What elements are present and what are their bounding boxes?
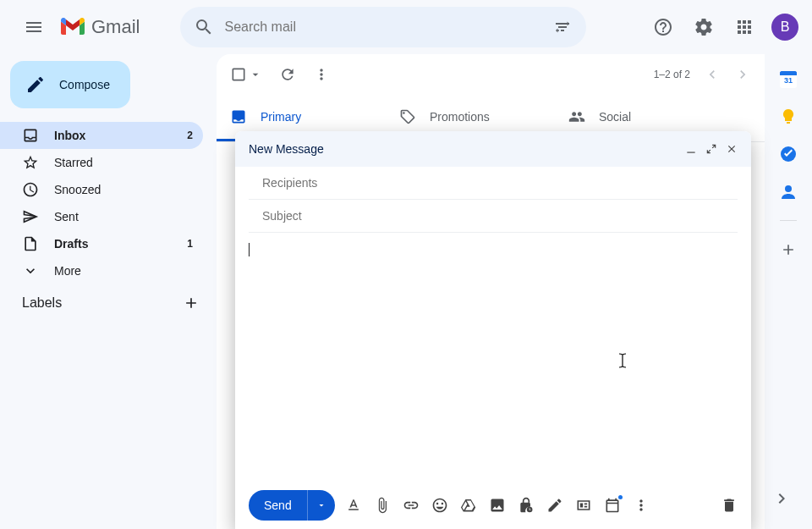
contacts-app-button[interactable] (780, 183, 797, 200)
image-button[interactable] (489, 497, 506, 514)
minimize-button[interactable] (685, 143, 697, 155)
sidebar-item-sent[interactable]: Sent (0, 203, 203, 230)
confidential-button[interactable] (518, 497, 535, 514)
compose-title: New Message (249, 142, 324, 156)
dropdown-arrow-icon (249, 68, 262, 81)
plus-icon (780, 241, 797, 258)
nav-label: Starred (54, 156, 93, 169)
mouse-text-cursor (617, 353, 618, 368)
select-all[interactable] (230, 66, 262, 83)
clock-icon (22, 181, 39, 198)
keep-icon (780, 108, 797, 125)
calendar-plus-icon (604, 497, 621, 514)
tasks-app-button[interactable] (780, 146, 797, 163)
layout-button[interactable] (575, 497, 592, 514)
nav-label: Snoozed (54, 183, 101, 196)
link-icon (403, 497, 420, 514)
sidebar-item-more[interactable]: More (0, 257, 203, 284)
calendar-app-button[interactable]: 31 (780, 71, 797, 88)
search-input[interactable] (224, 19, 542, 35)
sidebar-item-drafts[interactable]: Drafts 1 (0, 230, 203, 257)
recipients-field[interactable] (249, 167, 738, 200)
more-compose-options[interactable] (633, 497, 650, 514)
hamburger-icon (24, 17, 44, 37)
attach-button[interactable] (374, 497, 391, 514)
layout-icon (575, 497, 592, 514)
nav-label: Sent (54, 210, 79, 223)
gmail-logo-icon (61, 18, 85, 36)
document-icon (22, 235, 39, 252)
panel-divider (780, 220, 797, 221)
account-avatar[interactable]: B (771, 14, 798, 41)
add-addon-button[interactable] (780, 241, 797, 258)
compose-button[interactable]: Compose (10, 61, 130, 108)
pagination: 1–2 of 2 (654, 66, 751, 83)
sidebar-item-snoozed[interactable]: Snoozed (0, 176, 203, 203)
tab-label: Primary (261, 110, 301, 124)
subject-input[interactable] (262, 209, 724, 223)
formatting-button[interactable] (345, 497, 362, 514)
drive-button[interactable] (460, 497, 477, 514)
refresh-button[interactable] (279, 66, 296, 83)
fullscreen-button[interactable] (705, 143, 717, 155)
sidebar-item-inbox[interactable]: Inbox 2 (0, 122, 203, 149)
main-menu-button[interactable] (14, 7, 54, 47)
lock-clock-icon (518, 497, 535, 514)
svg-text:31: 31 (784, 76, 793, 85)
emoji-button[interactable] (431, 497, 448, 514)
help-icon (653, 17, 673, 37)
link-button[interactable] (403, 497, 420, 514)
tag-icon (399, 108, 416, 125)
side-panel: 31 (765, 54, 812, 258)
labels-title: Labels (22, 295, 62, 311)
apps-button[interactable] (727, 10, 761, 44)
checkbox-icon (230, 66, 247, 83)
settings-button[interactable] (687, 10, 721, 44)
search-options-icon[interactable] (552, 17, 573, 37)
next-page-button[interactable] (734, 66, 751, 83)
gmail-logo[interactable]: Gmail (61, 16, 140, 38)
image-icon (489, 497, 506, 514)
discard-draft-button[interactable] (721, 497, 738, 514)
gear-icon (694, 17, 714, 37)
send-button[interactable]: Send (249, 490, 335, 521)
subject-field[interactable] (249, 200, 738, 233)
nav-label: Drafts (54, 237, 88, 251)
apps-grid-icon (734, 17, 754, 37)
hide-side-panel-button[interactable] (765, 482, 798, 515)
send-icon (22, 208, 39, 225)
compose-footer: Send (235, 482, 751, 529)
drive-icon (460, 497, 477, 514)
mail-toolbar: 1–2 of 2 (217, 54, 765, 95)
attachment-icon (374, 497, 391, 514)
svg-point-5 (785, 185, 792, 192)
add-label-button[interactable] (183, 295, 200, 311)
chevron-down-icon (22, 262, 39, 279)
text-format-icon (345, 497, 362, 514)
star-icon (22, 154, 39, 171)
header-actions: B (646, 10, 798, 44)
emoji-icon (431, 497, 448, 514)
calendar-icon: 31 (780, 71, 797, 88)
contacts-icon (780, 183, 797, 200)
nav-count: 2 (187, 129, 193, 141)
dropdown-arrow-icon (316, 500, 326, 510)
sidebar-item-starred[interactable]: Starred (0, 149, 203, 176)
support-button[interactable] (646, 10, 680, 44)
send-options-dropdown[interactable] (307, 490, 335, 521)
close-button[interactable] (726, 143, 738, 155)
prev-page-button[interactable] (704, 66, 721, 83)
search-icon (194, 17, 214, 37)
schedule-button[interactable] (604, 497, 621, 514)
compose-window: New Message Send (235, 131, 751, 529)
search-bar[interactable] (180, 7, 586, 47)
recipients-input[interactable] (262, 176, 724, 190)
chevron-right-icon (771, 488, 792, 509)
nav-label: More (54, 264, 81, 278)
more-options-button[interactable] (313, 66, 330, 83)
keep-app-button[interactable] (780, 108, 797, 125)
signature-button[interactable] (546, 497, 563, 514)
compose-body[interactable] (235, 233, 751, 482)
compose-header[interactable]: New Message (235, 131, 751, 167)
nav-count: 1 (187, 238, 193, 250)
